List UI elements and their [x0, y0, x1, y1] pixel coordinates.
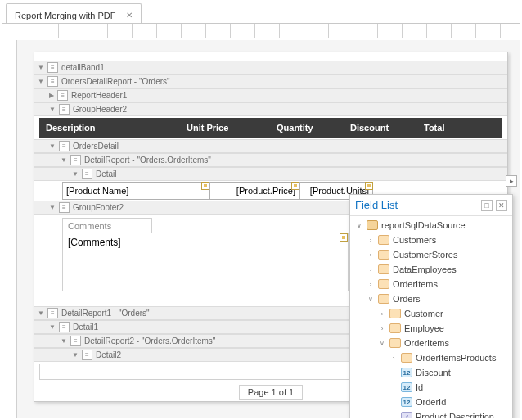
chevron-down-icon: ▼ — [49, 204, 56, 211]
field-list-panel: Field List □ ✕ ∨reportSqlDataSource ›Cus… — [349, 194, 513, 418]
node-orderitems-sub[interactable]: ∨OrderItems — [350, 336, 512, 350]
node-customerstores[interactable]: ›CustomerStores — [350, 247, 512, 262]
band-icon: ≡ — [70, 336, 81, 346]
node-customer[interactable]: ›Customer — [350, 306, 512, 321]
node-id[interactable]: 12Id — [350, 380, 512, 395]
band-icon: ≡ — [82, 350, 92, 360]
col-discount: Discount — [350, 123, 424, 133]
document-tab[interactable]: Report Merging with PDF ✕ — [6, 3, 142, 23]
node-customers[interactable]: ›Customers — [350, 233, 512, 247]
field-tree[interactable]: ∨reportSqlDataSource ›Customers ›Custome… — [350, 216, 512, 418]
band-ordersdetailreport[interactable]: ▼ ≡ OrdersDetailReport - "Orders" — [34, 75, 507, 88]
band-icon: ≡ — [82, 169, 92, 179]
expand-right-icon[interactable]: ▸ — [506, 175, 517, 187]
col-quantity: Quantity — [277, 123, 350, 133]
band-detailreport[interactable]: ▼ ≡ DetailReport - "Orders.OrderItems" — [34, 153, 507, 167]
node-productdescription[interactable]: fProduct.Description — [350, 409, 512, 418]
close-icon[interactable]: ✕ — [496, 200, 507, 211]
chevron-down-icon: ▼ — [38, 78, 44, 85]
chevron-down-icon: ▼ — [72, 351, 79, 359]
band-detail[interactable]: ▼ ≡ Detail — [34, 167, 507, 181]
document-tabs: Report Merging with PDF ✕ — [2, 2, 520, 24]
node-dataemployees[interactable]: ›DataEmployees — [350, 262, 512, 277]
table-icon — [389, 309, 401, 318]
comments-field[interactable]: [Comments] — [62, 233, 349, 291]
band-icon: ≡ — [59, 202, 70, 213]
smart-tag-icon[interactable] — [201, 182, 209, 190]
node-orderid[interactable]: 12OrderId — [350, 395, 512, 409]
band-detailband1[interactable]: ▼ ≡ detailBand1 — [34, 61, 507, 75]
table-icon — [378, 294, 389, 304]
horizontal-ruler — [2, 24, 520, 38]
band-reportheader1[interactable]: ▶ ≡ ReportHeader1 — [34, 88, 507, 102]
col-total: Total — [424, 123, 502, 133]
band-icon: ≡ — [47, 76, 58, 87]
tab-title: Report Merging with PDF — [15, 11, 116, 20]
smart-tag-icon[interactable] — [340, 233, 348, 242]
band-ordersdetail[interactable]: ▼ ≡ OrdersDetail — [34, 139, 507, 153]
chevron-down-icon: ▼ — [61, 156, 67, 164]
number-icon: 12 — [401, 382, 412, 392]
vertical-ruler — [2, 40, 17, 418]
node-orders[interactable]: ∨Orders — [350, 291, 512, 306]
chevron-down-icon: ▼ — [38, 64, 44, 71]
smart-tag-icon[interactable] — [365, 182, 373, 190]
chevron-down-icon: ▼ — [38, 309, 44, 317]
node-employee[interactable]: ›Employee — [350, 321, 512, 336]
chevron-down-icon: ▼ — [49, 323, 56, 331]
band-icon: ≡ — [59, 322, 70, 332]
band-icon: ≡ — [59, 104, 70, 115]
band-icon: ≡ — [70, 155, 81, 165]
band-icon: ≡ — [47, 62, 58, 73]
col-description: Description — [39, 123, 187, 133]
cell-product-price[interactable]: [Product.Price] — [209, 182, 299, 200]
number-icon: 12 — [401, 368, 412, 377]
node-orderitemsproducts[interactable]: ›OrderItemsProducts — [350, 350, 512, 365]
number-icon: 12 — [401, 397, 412, 407]
node-discount[interactable]: 12Discount — [350, 365, 512, 380]
chevron-down-icon: ▼ — [61, 337, 67, 345]
table-icon — [378, 279, 389, 289]
panel-title: Field List — [355, 199, 398, 211]
cell-product-name[interactable]: [Product.Name] — [62, 182, 209, 200]
panel-title-bar[interactable]: Field List □ ✕ — [350, 195, 512, 216]
band-icon: ≡ — [59, 141, 70, 151]
chevron-down-icon: ▼ — [72, 170, 79, 178]
chevron-down-icon: ▼ — [49, 142, 56, 150]
table-header[interactable]: Description Unit Price Quantity Discount… — [39, 118, 502, 138]
table-icon — [378, 235, 389, 245]
chevron-down-icon: ▼ — [49, 106, 56, 113]
smart-tag-icon[interactable] — [291, 182, 299, 190]
datasource-icon — [367, 220, 378, 230]
band-icon: ≡ — [47, 308, 58, 318]
fx-icon: f — [401, 412, 412, 418]
chevron-right-icon: ▶ — [49, 92, 54, 99]
node-datasource[interactable]: ∨reportSqlDataSource — [350, 218, 512, 233]
close-icon[interactable]: ✕ — [126, 11, 133, 20]
band-groupheader2[interactable]: ▼ ≡ GroupHeader2 — [34, 102, 507, 116]
table-icon — [378, 250, 389, 260]
comments-label: Comments — [62, 218, 152, 233]
node-orderitems[interactable]: ›OrderItems — [350, 277, 512, 291]
table-icon — [389, 338, 401, 348]
table-icon — [378, 264, 389, 274]
col-unit-price: Unit Price — [187, 123, 277, 133]
maximize-icon[interactable]: □ — [481, 200, 493, 211]
band-icon: ≡ — [57, 90, 68, 101]
comments-container[interactable]: Comments [Comments] — [62, 218, 349, 291]
table-icon — [401, 353, 412, 363]
table-icon — [389, 323, 401, 333]
